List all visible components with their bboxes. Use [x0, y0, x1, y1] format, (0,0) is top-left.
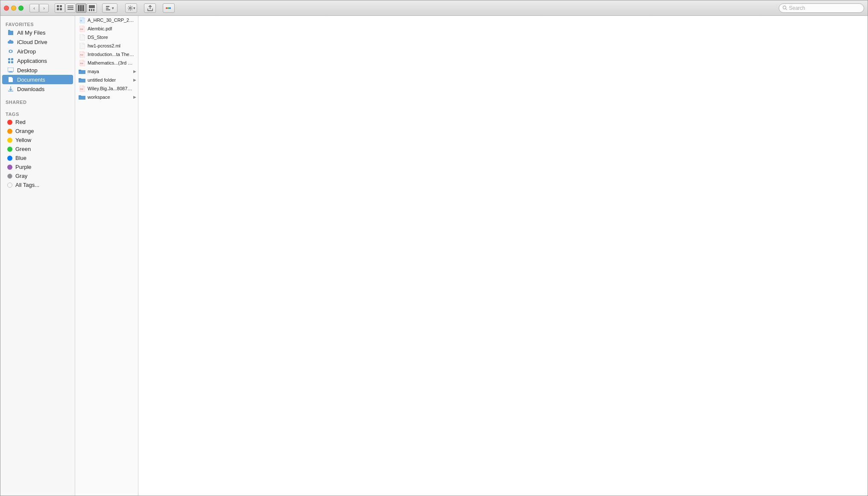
- pdf-icon: PDF: [79, 51, 85, 58]
- file-name: Mathematics...(3rd Ed).pdf: [88, 60, 135, 65]
- title-bar: ‹ › ▾ ▾: [0, 0, 868, 16]
- sidebar-item-tag-green[interactable]: Green: [2, 145, 73, 154]
- svg-rect-16: [106, 9, 110, 10]
- file-icon: [79, 34, 85, 41]
- table-row[interactable]: maya ▶: [75, 67, 138, 76]
- all-tags-dot: [7, 183, 12, 188]
- gray-tag-dot: [7, 174, 12, 179]
- traffic-lights: [4, 6, 23, 11]
- submenu-chevron: ▶: [133, 69, 136, 74]
- svg-rect-8: [80, 5, 82, 11]
- docx-icon: W: [79, 17, 85, 24]
- file-name: DS_Store: [88, 35, 108, 40]
- pdf-icon: PDF: [79, 85, 85, 92]
- table-row[interactable]: W A_HRC_30_CRP_2.docx: [75, 16, 138, 24]
- shared-label: Shared: [0, 97, 75, 106]
- table-row[interactable]: untitled folder ▶: [75, 76, 138, 84]
- back-button[interactable]: ‹: [29, 4, 39, 12]
- file-name: maya: [88, 69, 99, 74]
- sidebar-item-tag-purple[interactable]: Purple: [2, 162, 73, 171]
- file-name: A_HRC_30_CRP_2.docx: [88, 18, 135, 23]
- svg-rect-28: [8, 68, 14, 71]
- action-gear-button[interactable]: ▾: [125, 3, 137, 13]
- svg-rect-9: [82, 5, 84, 11]
- search-placeholder: Search: [789, 5, 805, 11]
- sidebar-item-label: AirDrop: [17, 48, 36, 55]
- svg-line-22: [786, 9, 787, 10]
- sidebar-item-icloud-drive[interactable]: iCloud Drive: [2, 37, 73, 47]
- table-row[interactable]: PDF Wiley.Big.Ja...8087887.pdf: [75, 84, 138, 93]
- sidebar-item-label: Gray: [15, 173, 27, 179]
- svg-text:W: W: [80, 20, 82, 22]
- search-box[interactable]: Search: [779, 3, 864, 13]
- sidebar-item-tag-red[interactable]: Red: [2, 118, 73, 127]
- tag-button[interactable]: [163, 3, 175, 13]
- file-name: Introduction...ta Theory.pdf: [88, 52, 135, 57]
- file-name: hw1-pcross2.ml: [88, 43, 120, 48]
- sidebar-item-airdrop[interactable]: AirDrop: [2, 47, 73, 56]
- cover-flow-button[interactable]: [87, 3, 97, 13]
- orange-tag-dot: [7, 129, 12, 134]
- green-tag-dot: [7, 147, 12, 152]
- svg-rect-27: [11, 61, 13, 63]
- sidebar-item-label: Blue: [15, 155, 26, 161]
- sidebar-item-label: Green: [15, 146, 31, 152]
- documents-icon: [7, 76, 14, 83]
- file-name: Alembic.pdf: [88, 26, 112, 31]
- svg-rect-10: [89, 5, 95, 8]
- column-view-button[interactable]: [76, 3, 86, 13]
- tags-label: Tags: [0, 109, 75, 118]
- submenu-chevron: ▶: [133, 95, 136, 99]
- forward-button[interactable]: ›: [39, 4, 49, 12]
- svg-point-18: [166, 7, 167, 9]
- red-tag-dot: [7, 120, 12, 125]
- sidebar-item-label: iCloud Drive: [17, 39, 47, 45]
- svg-rect-13: [93, 9, 94, 11]
- main-content: [138, 16, 868, 496]
- minimize-button[interactable]: [11, 6, 16, 11]
- svg-rect-24: [8, 58, 10, 60]
- sidebar-item-desktop[interactable]: Desktop: [2, 65, 73, 75]
- view-mode-buttons: [55, 3, 97, 13]
- close-button[interactable]: [4, 6, 9, 11]
- table-row[interactable]: PDF Introduction...ta Theory.pdf: [75, 50, 138, 59]
- svg-rect-6: [67, 9, 73, 10]
- icon-view-button[interactable]: [55, 3, 65, 13]
- svg-text:PDF: PDF: [80, 88, 84, 90]
- table-row[interactable]: DS_Store: [75, 33, 138, 41]
- svg-rect-15: [106, 8, 108, 9]
- table-row[interactable]: PDF Mathematics...(3rd Ed).pdf: [75, 59, 138, 67]
- ml-file-icon: [79, 42, 85, 49]
- sidebar-item-tag-gray[interactable]: Gray: [2, 171, 73, 180]
- icloud-icon: [7, 38, 14, 45]
- sidebar-item-applications[interactable]: Applications: [2, 56, 73, 65]
- sidebar-item-label: Documents: [17, 77, 45, 83]
- sidebar-item-tag-yellow[interactable]: Yellow: [2, 136, 73, 145]
- table-row[interactable]: hw1-pcross2.ml: [75, 41, 138, 50]
- svg-rect-1: [60, 5, 62, 7]
- arrange-button[interactable]: ▾: [102, 3, 117, 13]
- svg-rect-4: [67, 6, 73, 6]
- maximize-button[interactable]: [18, 6, 23, 11]
- table-row[interactable]: workspace ▶: [75, 93, 138, 101]
- sidebar-item-all-my-files[interactable]: All My Files: [2, 28, 73, 37]
- svg-point-23: [9, 50, 12, 53]
- downloads-icon: [7, 86, 14, 92]
- table-row[interactable]: PDF Alembic.pdf: [75, 24, 138, 33]
- share-button[interactable]: [144, 3, 156, 13]
- sidebar-item-label: Yellow: [15, 137, 31, 143]
- sidebar-item-all-tags[interactable]: All Tags...: [2, 180, 73, 189]
- favorites-label: Favorites: [0, 19, 75, 28]
- file-name: untitled folder: [88, 77, 116, 83]
- sidebar-item-downloads[interactable]: Downloads: [2, 84, 73, 94]
- sidebar-item-label: Applications: [17, 58, 47, 64]
- sidebar-item-tag-blue[interactable]: Blue: [2, 154, 73, 162]
- svg-rect-25: [11, 58, 13, 60]
- content-area: Favorites All My Files iCloud Drive AirD…: [0, 16, 868, 496]
- nav-buttons: ‹ ›: [29, 4, 49, 12]
- sidebar-item-documents[interactable]: Documents: [2, 75, 73, 84]
- sidebar-item-label: Red: [15, 119, 26, 125]
- list-view-button[interactable]: [65, 3, 76, 13]
- sidebar-item-tag-orange[interactable]: Orange: [2, 127, 73, 136]
- finder-window: ‹ › ▾ ▾: [0, 0, 868, 496]
